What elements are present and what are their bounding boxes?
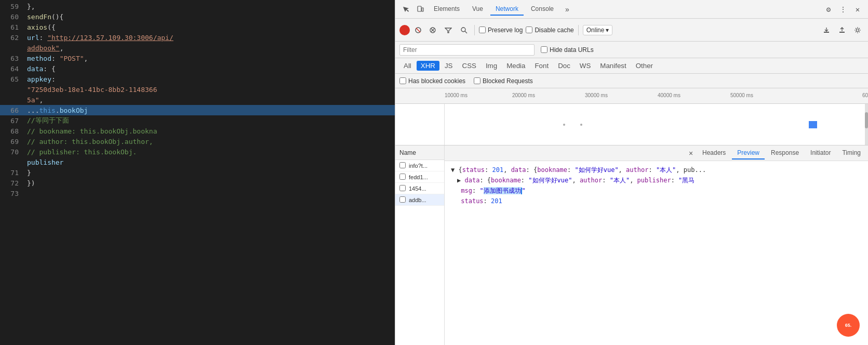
- json-data-toggle[interactable]: ▶: [457, 176, 461, 185]
- code-line-67: 67 //等同于下面: [0, 115, 395, 126]
- code-editor: 59 }, 60 sendFn(){ 61 axios({ 62 url: "h…: [0, 0, 395, 345]
- waterfall-dot-2: [580, 124, 582, 126]
- line-number: 65: [4, 75, 19, 83]
- waterfall-bar: [809, 121, 817, 128]
- list-item-checkbox-1: [399, 162, 407, 169]
- json-root-line: ▼ {status: 201, data: {bookname: "如何学好vu…: [451, 165, 862, 176]
- detail-tab-preview[interactable]: Preview: [732, 147, 765, 160]
- disable-cache-checkbox-label[interactable]: Disable cache: [526, 26, 573, 34]
- clear-button[interactable]: [426, 24, 439, 36]
- detail-close-button[interactable]: ×: [686, 148, 696, 158]
- close-devtools-button[interactable]: ✕: [851, 3, 864, 16]
- has-blocked-cookies-label[interactable]: Has blocked cookies: [399, 77, 465, 85]
- hide-data-urls-label[interactable]: Hide data URLs: [541, 46, 594, 54]
- disable-cache-checkbox[interactable]: [526, 26, 532, 33]
- type-ws-button[interactable]: WS: [576, 61, 595, 71]
- online-select[interactable]: Online ▾: [583, 25, 613, 35]
- svg-line-8: [465, 31, 467, 33]
- type-xhr-button[interactable]: XHR: [417, 61, 439, 71]
- list-item-addb[interactable]: addb...: [395, 194, 444, 206]
- list-item-text-4: addb...: [409, 197, 426, 203]
- settings-icon[interactable]: ⚙: [822, 3, 835, 16]
- list-item-checkbox-4: [399, 196, 407, 204]
- list-item-info[interactable]: info?t...: [395, 160, 444, 171]
- code-line-65: 65 appkey:: [0, 74, 395, 84]
- list-item-check-4[interactable]: [399, 196, 406, 203]
- waterfall-dot-1: [563, 124, 565, 126]
- device-icon[interactable]: [414, 3, 426, 16]
- name-list-header-text: Name: [399, 149, 416, 156]
- more-options-icon[interactable]: ⋮: [837, 3, 849, 16]
- json-msg-line: msg: "添加图书成功": [451, 186, 862, 196]
- json-root-toggle[interactable]: ▼: [451, 165, 455, 175]
- code-line-64: 64 data: {: [0, 63, 395, 74]
- line-number: 69: [4, 138, 19, 145]
- hide-data-urls-checkbox[interactable]: [541, 46, 547, 53]
- network-settings-button[interactable]: [851, 24, 864, 36]
- line-number: 61: [4, 23, 19, 31]
- json-status-text: status: 201: [457, 196, 502, 206]
- line-number: 73: [4, 190, 19, 197]
- online-dropdown-icon: ▾: [606, 26, 609, 34]
- disable-cache-label: Disable cache: [535, 26, 573, 34]
- list-item-check-3[interactable]: [399, 185, 406, 191]
- detail-tab-initiator[interactable]: Initiator: [805, 147, 836, 160]
- stop-record-button[interactable]: [413, 25, 423, 35]
- cursor-icon[interactable]: [399, 3, 412, 16]
- preserve-log-label: Preserve log: [488, 26, 523, 34]
- waterfall-scrollbar[interactable]: [865, 104, 868, 145]
- tab-elements[interactable]: Elements: [429, 3, 465, 16]
- import-har-button[interactable]: [820, 24, 833, 36]
- tab-console[interactable]: Console: [526, 3, 559, 16]
- json-cursor-indicator: [521, 188, 522, 194]
- detail-tab-headers[interactable]: Headers: [697, 147, 731, 160]
- type-img-button[interactable]: Img: [482, 61, 501, 71]
- type-manifest-button[interactable]: Manifest: [596, 61, 630, 71]
- svg-rect-9: [824, 32, 829, 33]
- filter-button[interactable]: [442, 24, 455, 36]
- extra-filter-bar: Has blocked cookies Blocked Requests: [395, 74, 868, 88]
- tick-60: 60: [862, 92, 868, 98]
- list-item-check-2[interactable]: [399, 174, 406, 180]
- tab-network[interactable]: Network: [490, 3, 524, 16]
- record-button[interactable]: [399, 25, 410, 35]
- preserve-log-checkbox-label[interactable]: Preserve log: [479, 26, 523, 34]
- has-blocked-cookies-checkbox[interactable]: [399, 77, 406, 84]
- name-list-header: Name: [395, 145, 444, 160]
- code-line-60: 60 sendFn(){: [0, 11, 395, 22]
- blocked-requests-label[interactable]: Blocked Requests: [474, 77, 533, 85]
- timeline-ticks: 10000 ms 20000 ms 30000 ms 40000 ms 5000…: [445, 88, 868, 103]
- code-line-63: 63 method: "POST",: [0, 53, 395, 63]
- list-item-fedd[interactable]: fedd1...: [395, 171, 444, 183]
- csdn-badge-label: 65.: [845, 323, 852, 328]
- blocked-requests-checkbox[interactable]: [474, 77, 480, 84]
- type-css-button[interactable]: CSS: [458, 61, 480, 71]
- tab-vue[interactable]: Vue: [467, 3, 488, 16]
- search-button[interactable]: [458, 24, 470, 36]
- preserve-log-checkbox[interactable]: [479, 26, 486, 33]
- waterfall-graph: [445, 104, 868, 145]
- type-other-button[interactable]: Other: [632, 61, 657, 71]
- type-js-button[interactable]: JS: [440, 61, 457, 71]
- type-doc-button[interactable]: Doc: [554, 61, 575, 71]
- type-font-button[interactable]: Font: [530, 61, 553, 71]
- code-line-70b: publisher: [0, 157, 395, 167]
- detail-tab-timing[interactable]: Timing: [837, 147, 866, 160]
- waterfall-scrollbar-thumb: [865, 112, 868, 129]
- code-line-65c: 5a",: [0, 95, 395, 105]
- csdn-badge[interactable]: 65.: [837, 314, 860, 337]
- code-line-61: 61 axios({: [0, 22, 395, 32]
- export-har-button[interactable]: [836, 24, 848, 36]
- line-number: 70: [4, 148, 19, 156]
- type-media-button[interactable]: Media: [502, 61, 529, 71]
- code-line-66: 66 ...this.bookObj: [0, 105, 395, 115]
- list-item-1454[interactable]: 1454...: [395, 183, 444, 194]
- svg-point-7: [461, 28, 465, 32]
- detail-tab-response[interactable]: Response: [766, 147, 804, 160]
- list-item-check-1[interactable]: [399, 162, 406, 168]
- tick-20000: 20000 ms: [512, 92, 535, 98]
- type-all-button[interactable]: All: [399, 61, 416, 71]
- more-tabs-icon[interactable]: »: [561, 3, 573, 16]
- tick-30000: 30000 ms: [585, 92, 608, 98]
- filter-input[interactable]: [399, 44, 535, 56]
